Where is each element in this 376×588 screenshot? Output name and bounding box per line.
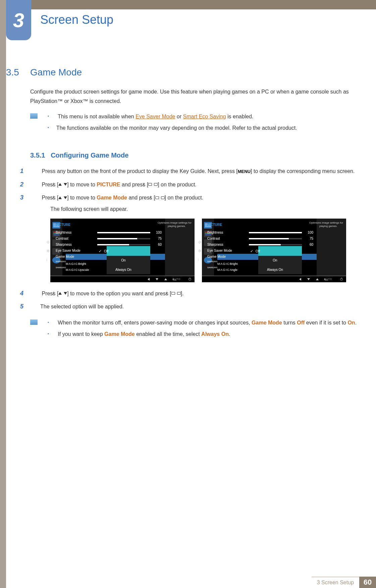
osd-main: PICTURE Brightness 100 Contrast xyxy=(62,219,165,276)
osd-value: 75 xyxy=(153,236,162,242)
osd-dropdown-option-always-on: Always On xyxy=(258,265,302,275)
osd-label: Contrast xyxy=(66,236,95,242)
note-icon xyxy=(30,319,38,325)
osd-label: Contrast xyxy=(217,236,246,242)
text: or xyxy=(175,114,183,119)
osd-bottom-bar: AUTO xyxy=(202,276,346,282)
osd-label: Sharpness xyxy=(217,242,246,248)
osd-screenshot-1: ✥ ✱ i PICTURE Brightness 100 xyxy=(50,219,195,282)
osd-heading: PICTURE xyxy=(217,222,317,228)
osd-item-brightness: Brightness 100 xyxy=(66,230,165,236)
keyword-game-mode: Game Mode xyxy=(97,195,127,200)
osd-slider xyxy=(97,238,150,239)
osd-help-panel: Optimizes image settings for playing gam… xyxy=(317,219,346,276)
osd-label: Game Mode xyxy=(66,254,95,260)
content: 3.5 Game Mode Configure the product scre… xyxy=(6,67,360,341)
footer: 3 Screen Setup 60 xyxy=(6,577,376,588)
left-margin xyxy=(0,0,6,588)
step-subtext: The following screen will appear. xyxy=(50,204,360,214)
intro-paragraph: Configure the product screen settings fo… xyxy=(30,87,360,106)
osd-item-brightness: Brightness 100 xyxy=(217,230,317,236)
osd-dropdown: ✓ Off On Always On xyxy=(107,246,150,275)
step: The selected option will be applied. xyxy=(30,301,360,312)
osd-label-magic-angle: SAMSUNG MAGICAngle xyxy=(217,267,246,272)
osd-value: 60 xyxy=(305,242,313,248)
steps-list: Press any button on the front of the pro… xyxy=(30,166,360,312)
section-heading: 3.5 Game Mode xyxy=(6,67,360,78)
osd-dropdown-option-always-on: Always On xyxy=(107,265,150,275)
text: When the monitor turns off, enters power… xyxy=(58,320,252,326)
text: turns xyxy=(282,320,297,326)
osd-btn-up-icon xyxy=(164,278,167,280)
text: If you want to keep xyxy=(58,331,104,337)
osd-label: Brightness xyxy=(66,230,95,236)
text: ] on the product. xyxy=(158,182,197,187)
up-down-icon: / xyxy=(58,181,67,188)
step: Press any button on the front of the pro… xyxy=(30,166,360,177)
osd-btn-left-icon xyxy=(148,278,150,281)
keyword-off: Off xyxy=(297,320,305,326)
osd-label-magic-bright: SAMSUNG MAGICBright xyxy=(217,260,246,266)
note-item: This menu is not available when Eye Save… xyxy=(48,112,297,121)
note-block-2: When the monitor turns off, enters power… xyxy=(30,318,360,341)
text: This menu is not available when xyxy=(58,114,136,119)
subsection-heading: 3.5.1 Configuring Game Mode xyxy=(30,152,360,159)
osd-btn-power-icon xyxy=(340,278,343,281)
osd-slider xyxy=(249,238,302,239)
text: ] to move to xyxy=(67,182,97,187)
note-list: When the monitor turns off, enters power… xyxy=(48,318,357,341)
note-item: If you want to keep Game Mode enabled al… xyxy=(48,330,357,339)
chapter-title: Screen Setup xyxy=(40,13,113,27)
footer-chapter-label: 3 Screen Setup xyxy=(312,577,359,588)
osd-label: Game Mode xyxy=(217,254,246,260)
text: is enabled. xyxy=(226,114,254,119)
page: 3 Screen Setup 3.5 Game Mode Configure t… xyxy=(0,0,376,588)
subsection: 3.5.1 Configuring Game Mode Press any bu… xyxy=(30,152,360,341)
text: Press [ xyxy=(42,182,58,187)
source-enter-icon: / xyxy=(171,290,181,297)
osd-value: 60 xyxy=(153,242,162,248)
osd-btn-return-icon xyxy=(325,278,328,280)
osd-help-text: Optimizes image settings for playing gam… xyxy=(319,221,343,228)
keyword-picture: PICTURE xyxy=(97,182,120,187)
text: Press any button on the front of the pro… xyxy=(42,168,237,174)
osd-btn-left-icon xyxy=(299,278,301,281)
text: . xyxy=(229,331,230,337)
osd-label: Brightness xyxy=(217,230,246,236)
osd-label: Eye Saver Mode xyxy=(66,248,95,254)
note-item: When the monitor turns off, enters power… xyxy=(48,318,357,328)
osd-dropdown-option-off: ✓ Off xyxy=(258,247,302,256)
text: ]. xyxy=(181,291,184,296)
up-down-icon: / xyxy=(58,194,67,201)
osd-help-panel: Optimizes image settings for playing gam… xyxy=(165,219,195,276)
step: Press [/] to move to PICTURE and press [… xyxy=(30,179,360,190)
osd-value: 100 xyxy=(153,230,162,236)
osd-dropdown-option-off: ✓ Off xyxy=(107,247,150,256)
osd-dropdown-option-on: On xyxy=(258,256,302,265)
osd-main: PICTURE Brightness 100 Contrast xyxy=(214,219,317,276)
note-block-1: This menu is not available when Eye Save… xyxy=(30,112,360,135)
chapter-number-tab: 3 xyxy=(6,0,31,40)
subsection-number: 3.5.1 xyxy=(30,152,45,159)
up-down-icon: / xyxy=(58,290,67,297)
osd-row: ✥ ✱ i PICTURE Brightness 100 xyxy=(50,219,360,282)
note-list: This menu is not available when Eye Save… xyxy=(48,112,297,135)
top-band xyxy=(0,0,376,9)
text: ] to move to xyxy=(67,195,97,200)
source-enter-icon: / xyxy=(155,194,165,201)
text: . xyxy=(355,320,357,326)
section-title: Game Mode xyxy=(30,67,82,78)
osd-value: 75 xyxy=(305,236,313,242)
osd-btn-up-icon xyxy=(316,278,319,280)
note-item: The functions available on the monitor m… xyxy=(48,123,297,133)
osd-slider xyxy=(97,244,150,245)
footer-page-number: 60 xyxy=(359,577,376,588)
keyword-on: On xyxy=(347,320,355,326)
osd-label-magic-upscale: SAMSUNG MAGICUpscale xyxy=(66,267,95,272)
link-smart-eco-saving[interactable]: Smart Eco Saving xyxy=(183,114,226,119)
link-eye-saver-mode[interactable]: Eye Saver Mode xyxy=(136,114,175,119)
keyword-game-mode: Game Mode xyxy=(104,331,135,337)
text: ] to display the corresponding menu scre… xyxy=(251,168,355,174)
osd-btn-power-icon xyxy=(189,278,191,281)
text: ] on the product. xyxy=(165,195,204,200)
